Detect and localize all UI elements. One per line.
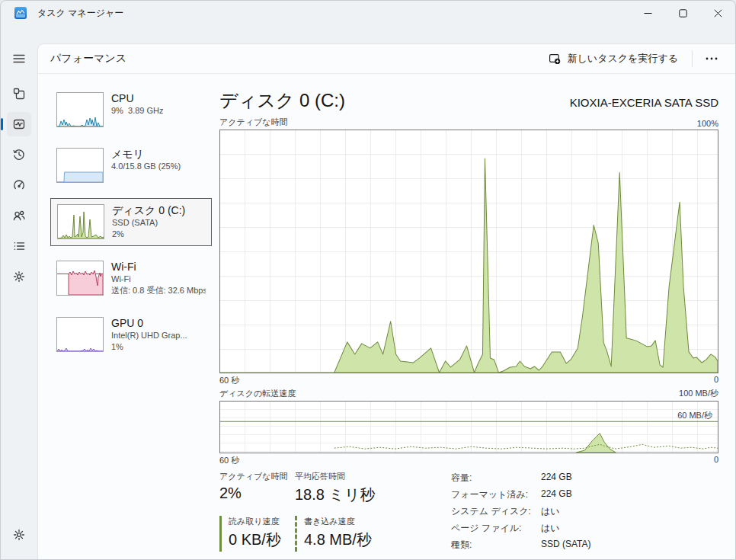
stat-value: 4.8 MB/秒 [304,530,417,550]
stat-value: 2% [219,485,295,502]
disk-properties: 容量: 224 GB フォーマット済み: 224 GB システム ディスク: は… [451,472,591,552]
settings-gear-icon [11,527,27,542]
page-header: パフォーマンス 新しいタスクを実行する [38,44,735,74]
panel-usage: 1% [111,341,187,353]
disk-detail-pane: ディスク 0 (C:) KIOXIA-EXCERIA SATA SSD アクティ… [219,88,718,552]
sidebar-item-users[interactable] [7,203,31,228]
panel-item-gpu0[interactable]: GPU 0 Intel(R) UHD Grap... 1% [50,312,212,358]
disk-title: ディスク 0 (C:) [219,88,345,113]
sidebar-item-services[interactable] [7,264,31,289]
ellipsis-icon [706,57,718,60]
property-label: フォーマット済み: [451,488,541,501]
stat-avg-response: 平均応答時間 18.8 ミリ秒 [295,471,417,507]
stat-value: 0 KB/秒 [229,530,295,550]
stat-label: 読み取り速度 [229,516,295,527]
property-value: はい [541,522,591,535]
chart2-max: 100 MB/秒 [679,388,718,399]
disk-mini-chart [57,204,104,239]
panel-throughput: 送信: 0.8 受信: 32.6 Mbps [111,285,206,296]
more-options-button[interactable] [699,49,725,69]
window-title: タスク マネージャー [37,7,123,20]
sidebar-item-app-history[interactable] [7,142,31,167]
property-value: 224 GB [541,488,591,501]
stat-active-time: アクティブな時間 2% [219,471,295,507]
panel-item-memory[interactable]: メモリ 4.0/15.8 GB (25%) [50,142,212,188]
chart1-x-left: 60 秒 [219,375,239,386]
sidebar-item-details[interactable] [7,234,31,258]
panel-subtitle: Wi-Fi [111,274,206,285]
panel-subtitle: 4.0/15.8 GB (25%) [111,161,181,172]
stat-label: アクティブな時間 [219,471,295,482]
stat-read-speed: 読み取り速度 0 KB/秒 [219,516,295,552]
chart1-label: アクティブな時間 [219,117,288,128]
stat-label: 平均応答時間 [295,471,417,482]
wifi-mini-chart [56,261,104,296]
stat-value: 18.8 ミリ秒 [295,485,417,505]
property-label: ページ ファイル: [451,522,541,535]
chart1-max: 100% [697,119,718,128]
transfer-rate-chart: 60 MB/秒 [219,401,718,453]
settings-button[interactable] [7,523,31,547]
selected-indicator [1,118,3,130]
sidebar-item-performance[interactable] [7,112,31,136]
task-manager-window: タスク マネージャー [0,0,736,560]
close-button[interactable] [700,1,735,25]
chart1-x-right: 0 [714,375,718,384]
stat-write-speed: 書き込み速度 4.8 MB/秒 [295,516,417,552]
stat-label: 書き込み速度 [304,516,417,527]
property-label: 種類: [451,539,541,552]
memory-mini-chart [56,148,104,183]
panel-title: GPU 0 [111,317,187,330]
panel-item-cpu[interactable]: CPU 9% 3.89 GHz [50,87,212,133]
panel-item-wifi[interactable]: Wi-Fi Wi-Fi 送信: 0.8 受信: 32.6 Mbps [50,255,212,302]
active-time-chart [219,130,718,373]
chart2-x-left: 60 秒 [219,455,239,466]
property-value: SSD (SATA) [541,539,591,552]
chart2-x-right: 0 [714,455,718,464]
property-label: 容量: [451,472,541,485]
panel-subtitle: 9% 3.89 GHz [111,105,163,117]
page-title: パフォーマンス [50,52,126,66]
header-divider [692,50,693,67]
panel-subtitle: SSD (SATA) [112,217,185,229]
navigation-sidebar [1,25,37,559]
new-task-icon [549,53,561,65]
startup-apps-icon [11,178,27,193]
panel-usage: 2% [112,229,185,240]
minimize-button[interactable] [630,1,665,25]
task-manager-app-icon [14,7,27,19]
panel-title: ディスク 0 (C:) [112,204,185,217]
cpu-mini-chart [56,92,104,127]
gpu-mini-chart [56,317,104,352]
performance-panel-list: CPU 9% 3.89 GHz メモリ 4.0/15.8 GB (25%) [50,87,212,358]
maximize-button[interactable] [665,1,700,25]
titlebar: タスク マネージャー [1,1,735,25]
sidebar-item-startup-apps[interactable] [7,173,31,197]
details-icon [11,238,27,254]
run-new-task-button[interactable]: 新しいタスクを実行する [541,47,686,70]
property-value: 224 GB [541,472,591,485]
panel-title: CPU [111,92,163,105]
users-icon [11,208,27,223]
sidebar-item-processes[interactable] [7,82,31,106]
run-new-task-label: 新しいタスクを実行する [568,52,678,66]
app-history-icon [11,147,27,162]
property-value: はい [541,505,591,518]
device-name: KIOXIA-EXCERIA SATA SSD [570,96,718,109]
panel-title: Wi-Fi [111,261,206,274]
content-card: パフォーマンス 新しいタスクを実行する [37,43,735,559]
scale-marker-label: 60 MB/秒 [677,410,712,421]
panel-item-disk0[interactable]: ディスク 0 (C:) SSD (SATA) 2% [50,198,212,246]
disk-stats: アクティブな時間 2% 平均応答時間 18.8 ミリ秒 読み取り速度 0 KB/… [219,471,718,552]
processes-icon [11,86,27,101]
panel-title: メモリ [111,148,181,161]
performance-icon [11,117,27,132]
hamburger-menu-icon[interactable] [7,46,31,71]
chart2-label: ディスクの転送速度 [219,388,296,399]
services-icon [11,269,27,284]
property-label: システム ディスク: [451,505,541,518]
panel-subtitle: Intel(R) UHD Grap... [111,330,187,341]
